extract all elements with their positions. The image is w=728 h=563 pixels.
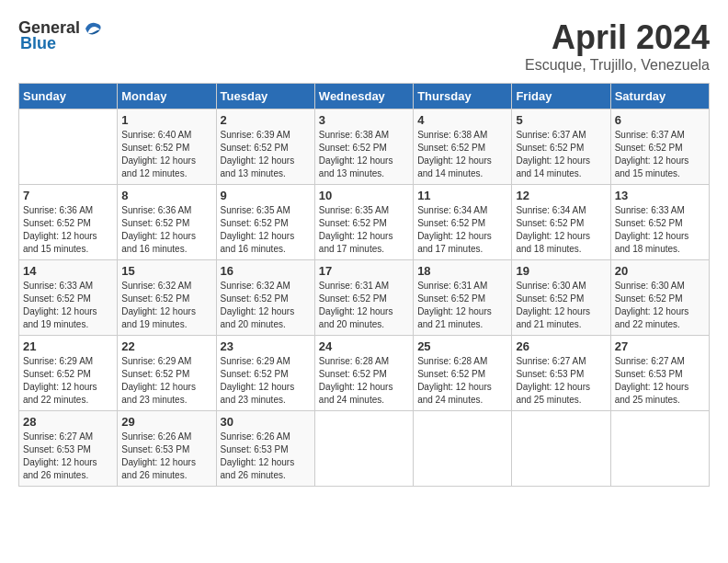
day-number: 11 — [417, 189, 507, 202]
day-cell: 17Sunrise: 6:31 AM Sunset: 6:52 PM Dayli… — [314, 260, 413, 336]
day-detail: Sunrise: 6:38 AM Sunset: 6:52 PM Dayligh… — [319, 129, 409, 180]
day-detail: Sunrise: 6:27 AM Sunset: 6:53 PM Dayligh… — [615, 355, 705, 407]
day-cell: 22Sunrise: 6:29 AM Sunset: 6:52 PM Dayli… — [118, 336, 216, 411]
day-detail: Sunrise: 6:29 AM Sunset: 6:52 PM Dayligh… — [23, 355, 113, 407]
day-cell: 12Sunrise: 6:34 AM Sunset: 6:52 PM Dayli… — [512, 185, 610, 260]
week-row-3: 14Sunrise: 6:33 AM Sunset: 6:52 PM Dayli… — [19, 260, 710, 336]
header-cell-wednesday: Wednesday — [314, 84, 413, 109]
day-number: 15 — [121, 264, 211, 278]
day-detail: Sunrise: 6:39 AM Sunset: 6:52 PM Dayligh… — [221, 129, 311, 180]
week-row-4: 21Sunrise: 6:29 AM Sunset: 6:52 PM Dayli… — [19, 336, 710, 411]
logo-blue: Blue — [20, 34, 56, 53]
day-cell — [414, 411, 512, 487]
header-cell-thursday: Thursday — [414, 84, 512, 109]
day-number: 9 — [221, 189, 311, 202]
logo-bird-icon — [82, 19, 104, 38]
day-number: 24 — [319, 339, 409, 353]
day-number: 6 — [615, 113, 705, 127]
header: General Blue April 2024 Escuque, Trujill… — [18, 18, 710, 74]
day-cell: 23Sunrise: 6:29 AM Sunset: 6:52 PM Dayli… — [216, 336, 314, 411]
day-detail: Sunrise: 6:37 AM Sunset: 6:52 PM Dayligh… — [516, 129, 606, 180]
day-cell: 10Sunrise: 6:35 AM Sunset: 6:52 PM Dayli… — [314, 185, 413, 260]
day-number: 16 — [221, 264, 311, 278]
day-detail: Sunrise: 6:27 AM Sunset: 6:53 PM Dayligh… — [516, 355, 606, 407]
header-row: SundayMondayTuesdayWednesdayThursdayFrid… — [19, 84, 710, 109]
day-detail: Sunrise: 6:29 AM Sunset: 6:52 PM Dayligh… — [221, 355, 311, 407]
day-detail: Sunrise: 6:35 AM Sunset: 6:52 PM Dayligh… — [221, 204, 311, 256]
day-detail: Sunrise: 6:29 AM Sunset: 6:52 PM Dayligh… — [121, 355, 211, 407]
day-number: 13 — [615, 189, 705, 202]
day-number: 25 — [417, 339, 507, 353]
day-number: 3 — [319, 113, 409, 127]
header-cell-tuesday: Tuesday — [216, 84, 314, 109]
day-cell: 7Sunrise: 6:36 AM Sunset: 6:52 PM Daylig… — [19, 185, 118, 260]
day-number: 30 — [221, 415, 311, 429]
day-detail: Sunrise: 6:28 AM Sunset: 6:52 PM Dayligh… — [417, 355, 507, 407]
day-cell: 14Sunrise: 6:33 AM Sunset: 6:52 PM Dayli… — [19, 260, 118, 336]
day-cell: 20Sunrise: 6:30 AM Sunset: 6:52 PM Dayli… — [610, 260, 709, 336]
day-number: 18 — [417, 264, 507, 278]
day-detail: Sunrise: 6:33 AM Sunset: 6:52 PM Dayligh… — [23, 280, 113, 331]
day-cell: 21Sunrise: 6:29 AM Sunset: 6:52 PM Dayli… — [19, 336, 118, 411]
day-cell: 8Sunrise: 6:36 AM Sunset: 6:52 PM Daylig… — [118, 185, 216, 260]
day-detail: Sunrise: 6:32 AM Sunset: 6:52 PM Dayligh… — [121, 280, 211, 331]
day-number: 12 — [516, 189, 606, 202]
day-detail: Sunrise: 6:31 AM Sunset: 6:52 PM Dayligh… — [417, 280, 507, 331]
day-detail: Sunrise: 6:26 AM Sunset: 6:53 PM Dayligh… — [121, 431, 211, 482]
day-cell: 24Sunrise: 6:28 AM Sunset: 6:52 PM Dayli… — [314, 336, 413, 411]
header-cell-sunday: Sunday — [19, 84, 118, 109]
day-number: 23 — [221, 339, 311, 353]
day-cell: 28Sunrise: 6:27 AM Sunset: 6:53 PM Dayli… — [19, 411, 118, 487]
day-detail: Sunrise: 6:32 AM Sunset: 6:52 PM Dayligh… — [221, 280, 311, 331]
day-cell — [610, 411, 709, 487]
day-number: 1 — [121, 113, 211, 127]
week-row-1: 1Sunrise: 6:40 AM Sunset: 6:52 PM Daylig… — [19, 109, 710, 185]
day-detail: Sunrise: 6:27 AM Sunset: 6:53 PM Dayligh… — [23, 431, 113, 482]
day-cell: 16Sunrise: 6:32 AM Sunset: 6:52 PM Dayli… — [216, 260, 314, 336]
day-detail: Sunrise: 6:26 AM Sunset: 6:53 PM Dayligh… — [221, 431, 311, 482]
day-cell: 1Sunrise: 6:40 AM Sunset: 6:52 PM Daylig… — [118, 109, 216, 185]
day-detail: Sunrise: 6:28 AM Sunset: 6:52 PM Dayligh… — [319, 355, 409, 407]
title-area: April 2024 Escuque, Trujillo, Venezuela — [525, 18, 710, 74]
location-title: Escuque, Trujillo, Venezuela — [525, 57, 710, 74]
day-cell: 27Sunrise: 6:27 AM Sunset: 6:53 PM Dayli… — [610, 336, 709, 411]
day-cell: 4Sunrise: 6:38 AM Sunset: 6:52 PM Daylig… — [414, 109, 512, 185]
day-number: 4 — [417, 113, 507, 127]
day-cell — [314, 411, 413, 487]
day-cell: 15Sunrise: 6:32 AM Sunset: 6:52 PM Dayli… — [118, 260, 216, 336]
day-number: 2 — [221, 113, 311, 127]
day-cell: 6Sunrise: 6:37 AM Sunset: 6:52 PM Daylig… — [610, 109, 709, 185]
day-number: 14 — [23, 264, 113, 278]
day-detail: Sunrise: 6:34 AM Sunset: 6:52 PM Dayligh… — [516, 204, 606, 256]
day-detail: Sunrise: 6:30 AM Sunset: 6:52 PM Dayligh… — [615, 280, 705, 331]
day-detail: Sunrise: 6:30 AM Sunset: 6:52 PM Dayligh… — [516, 280, 606, 331]
day-cell: 3Sunrise: 6:38 AM Sunset: 6:52 PM Daylig… — [314, 109, 413, 185]
header-cell-monday: Monday — [118, 84, 216, 109]
day-cell: 30Sunrise: 6:26 AM Sunset: 6:53 PM Dayli… — [216, 411, 314, 487]
day-detail: Sunrise: 6:37 AM Sunset: 6:52 PM Dayligh… — [615, 129, 705, 180]
day-detail: Sunrise: 6:33 AM Sunset: 6:52 PM Dayligh… — [615, 204, 705, 256]
day-cell — [19, 109, 118, 185]
day-detail: Sunrise: 6:34 AM Sunset: 6:52 PM Dayligh… — [417, 204, 507, 256]
day-number: 7 — [23, 189, 113, 202]
day-number: 28 — [23, 415, 113, 429]
day-cell: 5Sunrise: 6:37 AM Sunset: 6:52 PM Daylig… — [512, 109, 610, 185]
logo: General Blue — [18, 18, 104, 53]
day-detail: Sunrise: 6:36 AM Sunset: 6:52 PM Dayligh… — [121, 204, 211, 256]
day-cell: 13Sunrise: 6:33 AM Sunset: 6:52 PM Dayli… — [610, 185, 709, 260]
day-cell: 2Sunrise: 6:39 AM Sunset: 6:52 PM Daylig… — [216, 109, 314, 185]
day-number: 26 — [516, 339, 606, 353]
day-cell: 9Sunrise: 6:35 AM Sunset: 6:52 PM Daylig… — [216, 185, 314, 260]
header-cell-friday: Friday — [512, 84, 610, 109]
day-detail: Sunrise: 6:36 AM Sunset: 6:52 PM Dayligh… — [23, 204, 113, 256]
day-number: 19 — [516, 264, 606, 278]
week-row-2: 7Sunrise: 6:36 AM Sunset: 6:52 PM Daylig… — [19, 185, 710, 260]
day-cell: 19Sunrise: 6:30 AM Sunset: 6:52 PM Dayli… — [512, 260, 610, 336]
day-detail: Sunrise: 6:40 AM Sunset: 6:52 PM Dayligh… — [121, 129, 211, 180]
day-detail: Sunrise: 6:31 AM Sunset: 6:52 PM Dayligh… — [319, 280, 409, 331]
day-cell: 11Sunrise: 6:34 AM Sunset: 6:52 PM Dayli… — [414, 185, 512, 260]
day-number: 20 — [615, 264, 705, 278]
day-detail: Sunrise: 6:38 AM Sunset: 6:52 PM Dayligh… — [417, 129, 507, 180]
day-cell — [512, 411, 610, 487]
day-number: 17 — [319, 264, 409, 278]
